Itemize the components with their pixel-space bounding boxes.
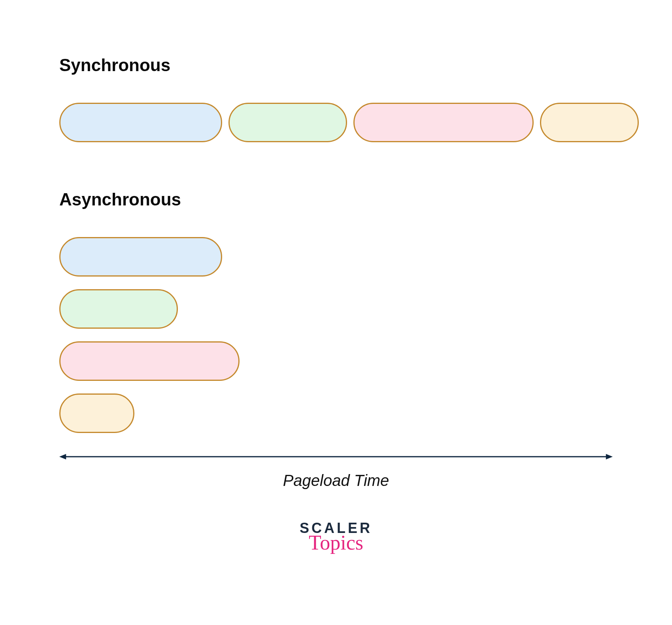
task-pill bbox=[59, 393, 134, 433]
task-pill bbox=[540, 103, 639, 142]
double-arrow-icon bbox=[59, 453, 613, 461]
scaler-topics-logo: SCALER Topics bbox=[59, 521, 613, 552]
task-pill bbox=[59, 289, 178, 329]
asynchronous-stack bbox=[59, 237, 613, 433]
task-pill bbox=[353, 103, 534, 142]
svg-marker-2 bbox=[606, 454, 613, 459]
task-pill bbox=[228, 103, 347, 142]
task-pill bbox=[59, 103, 222, 142]
task-pill bbox=[59, 341, 240, 381]
heading-asynchronous: Asynchronous bbox=[59, 190, 613, 209]
logo-text-bottom: Topics bbox=[59, 534, 613, 552]
task-pill bbox=[59, 237, 222, 277]
svg-marker-1 bbox=[59, 454, 66, 459]
pageload-time-axis: Pageload Time bbox=[59, 453, 613, 489]
heading-synchronous: Synchronous bbox=[59, 55, 613, 75]
axis-arrow-line bbox=[59, 453, 613, 461]
axis-label: Pageload Time bbox=[59, 472, 613, 489]
synchronous-row bbox=[59, 103, 613, 142]
